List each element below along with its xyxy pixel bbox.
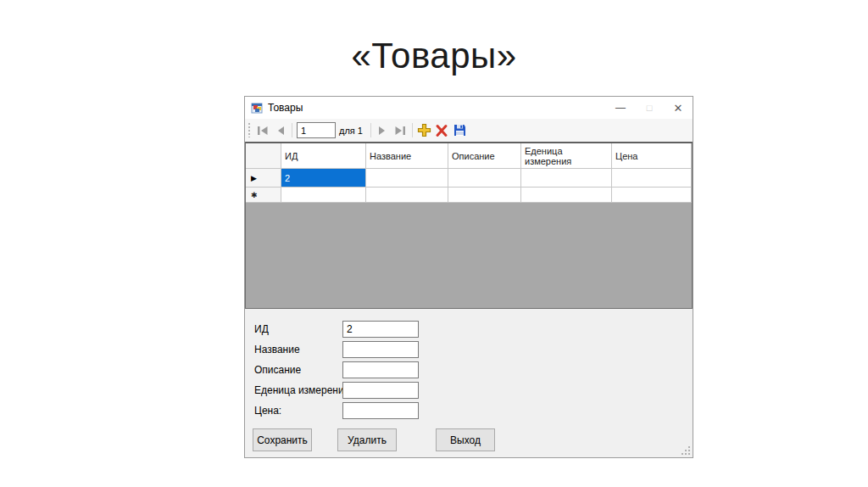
id-field[interactable] (342, 321, 419, 338)
toolbar-separator (370, 123, 371, 137)
new-row-asterisk-icon: ✱ (251, 191, 258, 199)
grid-cell-price[interactable] (612, 169, 692, 188)
description-label: Описание (254, 361, 301, 378)
move-first-icon (257, 126, 269, 136)
move-first-button[interactable] (253, 121, 271, 139)
id-label: ИД (254, 321, 269, 338)
name-label: Название (254, 341, 300, 358)
grid-cell-description[interactable] (448, 169, 521, 188)
move-last-button[interactable] (392, 121, 409, 139)
price-label: Цена: (254, 402, 281, 419)
unit-field[interactable] (342, 382, 419, 399)
grid-cell-id[interactable]: 2 (281, 169, 366, 188)
binding-navigator-toolbar: для 1 (245, 119, 693, 142)
floppy-disk-icon (453, 124, 466, 137)
grid-cell-name[interactable] (366, 169, 448, 188)
toolbar-separator (412, 123, 413, 137)
grid-corner-header[interactable] (246, 143, 281, 169)
app-icon (251, 102, 264, 115)
toolbar-separator (292, 123, 292, 137)
grid-cell-id[interactable] (281, 188, 366, 203)
position-textbox[interactable] (297, 122, 336, 138)
detail-form: ИД Название Описание Еденица измерения Ц… (245, 309, 693, 457)
x-icon (435, 124, 448, 137)
resize-grip[interactable] (680, 445, 692, 456)
maximize-button[interactable]: □ (635, 97, 664, 119)
titlebar: Товары — □ ✕ (245, 97, 693, 119)
move-next-button[interactable] (374, 121, 392, 139)
row-header-current[interactable]: ▶ (246, 169, 281, 188)
column-header-unit[interactable]: Еденица измерения (521, 143, 612, 169)
resize-grip-icon (680, 445, 692, 456)
exit-button[interactable]: Выход (436, 428, 495, 451)
column-header-name[interactable]: Название (366, 143, 448, 169)
grid-cell-description[interactable] (448, 188, 521, 203)
description-field[interactable] (342, 361, 419, 378)
move-previous-button[interactable] (271, 121, 289, 139)
move-last-icon (394, 126, 406, 136)
add-new-button[interactable] (415, 121, 433, 139)
price-field[interactable] (342, 402, 419, 419)
move-next-icon (377, 126, 387, 136)
row-header-new[interactable]: ✱ (246, 188, 281, 203)
data-grid: ИД Название Описание Еденица измерения Ц… (245, 142, 693, 309)
column-header-price[interactable]: Цена (612, 143, 692, 169)
delete-record-button[interactable]: Удалить (337, 428, 397, 451)
delete-button[interactable] (433, 121, 451, 139)
save-button-toolbar[interactable] (451, 121, 469, 139)
toolbar-grip-icon (248, 123, 250, 137)
column-header-id[interactable]: ИД (281, 143, 366, 169)
column-header-description[interactable]: Описание (448, 143, 521, 169)
name-field[interactable] (342, 341, 419, 358)
save-button[interactable]: Сохранить (253, 428, 312, 451)
grid-cell-name[interactable] (366, 188, 448, 203)
slide-title: «Товары» (0, 36, 868, 76)
move-previous-icon (275, 126, 286, 136)
current-row-arrow-icon: ▶ (251, 174, 257, 182)
unit-label: Еденица измерения (254, 382, 349, 399)
grid-cell-unit[interactable] (521, 188, 612, 203)
app-window: Товары — □ ✕ для 1 (244, 96, 693, 458)
window-title: Товары (268, 102, 303, 114)
grid-cell-price[interactable] (612, 188, 692, 203)
close-button[interactable]: ✕ (664, 97, 693, 119)
plus-icon (417, 123, 431, 137)
count-label: для 1 (337, 126, 368, 136)
minimize-button[interactable]: — (606, 97, 635, 119)
grid-cell-unit[interactable] (521, 169, 612, 188)
